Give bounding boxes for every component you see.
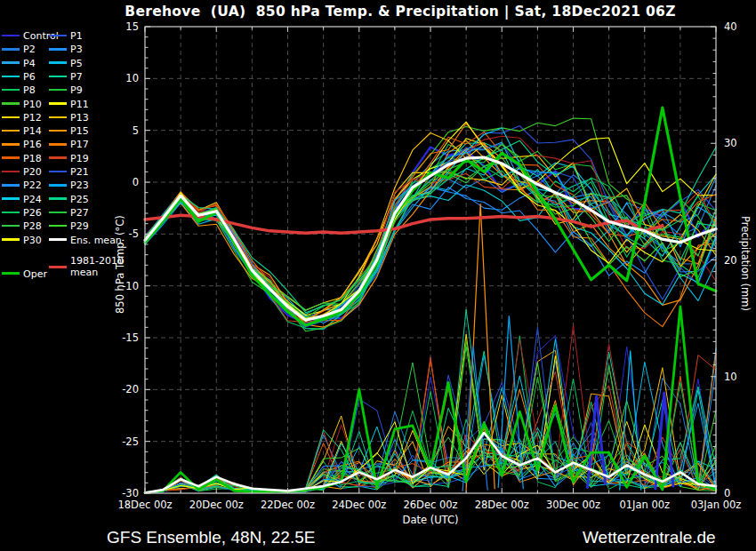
x-tick-label: 26Dec 00z [403,499,457,511]
x-tick-label: 18Dec 00z [117,499,172,511]
y-right-tick-label: 20 [724,254,737,267]
y-left-tick-label: -5 [129,228,139,240]
footer-model-location: GFS Ensemble, 48N, 22.5E [107,528,315,547]
x-tick-label: 22Dec 00z [261,499,315,511]
y-left-tick-label: -25 [122,435,139,448]
y-right-tick-label: 0 [724,487,730,499]
x-axis-label: Date (UTC) [359,514,502,526]
y-right-tick-label: 40 [724,20,737,33]
footer-brand: Wetterzentrale.de [583,528,716,547]
y-left-tick-label: -30 [122,487,139,499]
y-right-axis-title: Precipitation (mm) [739,216,752,311]
y-right-tick-label: 10 [724,371,737,383]
y-left-tick-label: 10 [125,72,139,84]
meteogram-page: Berehove (UA) 850 hPa Temp. & Precipitat… [0,0,756,551]
x-tick-label: 28Dec 00z [475,499,529,511]
x-tick-label: 30Dec 00z [546,499,600,511]
x-tick-label: 24Dec 00z [332,499,386,511]
y-left-axis-title: 850 hPa Temp. (°C) [114,215,126,314]
x-tick-label: 03Jan 00z [691,499,742,511]
y-left-tick-label: 15 [125,20,139,33]
y-left-tick-label: 0 [133,176,139,188]
y-right-tick-label: 30 [724,137,737,149]
x-tick-label: 01Jan 00z [619,499,670,511]
y-left-tick-label: -20 [122,383,139,395]
y-left-tick-label: 5 [133,124,139,137]
x-tick-label: 20Dec 00z [189,499,244,511]
y-left-tick-label: -15 [122,331,139,344]
